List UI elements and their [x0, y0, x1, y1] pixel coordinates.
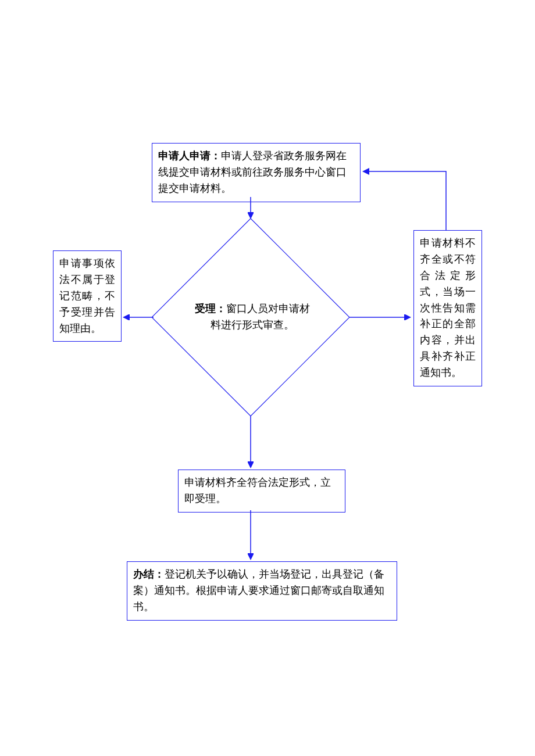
diamond-accept-title: 受理：	[195, 303, 226, 314]
box-finish: 办结：登记机关予以确认，并当场登记，出具登记（备案）通知书。根据申请人要求通过窗…	[127, 561, 397, 621]
box-materials-ok-body: 申请材料齐全符合法定形式，立即受理。	[184, 476, 331, 504]
arrow-supplement-to-apply	[360, 167, 453, 231]
box-materials-ok: 申请材料齐全符合法定形式，立即受理。	[178, 470, 345, 513]
box-finish-title: 办结：	[133, 568, 165, 580]
box-apply-title: 申请人申请：	[158, 150, 221, 162]
box-supplement-body: 申请材料不齐全或不符合法定形式，当场一次性告知需补正的全部内容，并出具补齐补正通…	[420, 237, 476, 378]
box-reject-body: 申请事项依法不属于登记范畴，不予受理并告知理由。	[59, 257, 115, 334]
arrow-accept-to-reject	[122, 314, 154, 320]
box-apply: 申请人申请：申请人登录省政务服务网在线提交申请材料或前往政务服务中心窗口提交申请…	[152, 143, 361, 202]
arrow-accept-to-materials-ok	[248, 416, 254, 470]
box-finish-body: 登记机关予以确认，并当场登记，出具登记（备案）通知书。根据申请人要求通过窗口邮寄…	[133, 568, 384, 612]
arrow-materials-ok-to-finish	[248, 510, 254, 561]
box-supplement: 申请材料不齐全或不符合法定形式，当场一次性告知需补正的全部内容，并出具补齐补正通…	[413, 230, 482, 386]
arrow-accept-to-supplement	[349, 314, 412, 320]
diamond-accept-text: 受理：窗口人员对申请材料进行形式审查。	[194, 301, 311, 334]
box-reject: 申请事项依法不属于登记范畴，不予受理并告知理由。	[53, 250, 122, 342]
flowchart-page: 申请人申请：申请人登录省政务服务网在线提交申请材料或前往政务服务中心窗口提交申请…	[0, 0, 535, 756]
